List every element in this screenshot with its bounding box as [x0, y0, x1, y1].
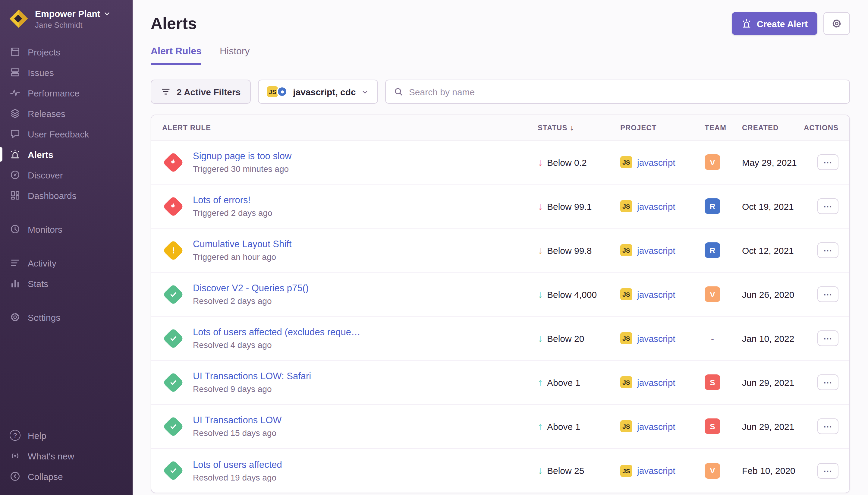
created-date: Jun 29, 2021 [742, 421, 806, 431]
trend-down-icon: ↓ [538, 289, 543, 300]
alert-rule-link[interactable]: UI Transactions LOW [193, 415, 282, 426]
alert-critical-icon [162, 195, 184, 217]
search-input[interactable] [409, 86, 841, 97]
sidebar-item-collapse[interactable]: Collapse [0, 466, 133, 487]
tab-history[interactable]: History [220, 46, 250, 65]
javascript-platform-icon: JS [620, 376, 632, 388]
table-row: Lots of users affected Resolved 19 days … [151, 448, 849, 493]
status-header-label: Status [538, 123, 567, 132]
issues-icon [10, 67, 20, 78]
alert-rule-link[interactable]: Lots of users affected (excludes reque… [193, 327, 361, 338]
sidebar-item-settings[interactable]: Settings [0, 307, 133, 327]
table-row: UI Transactions LOW Resolved 15 days ago… [151, 405, 849, 448]
chevron-down-icon [103, 10, 111, 17]
column-header-status[interactable]: Status ↓ [538, 123, 620, 132]
alert-resolved-icon [162, 327, 184, 349]
column-header-actions: Actions [804, 123, 838, 132]
sidebar-item-help[interactable]: ? Help [0, 425, 133, 446]
status-threshold: Below 25 [547, 465, 584, 476]
org-switcher[interactable]: Empower Plant Jane Schmidt [0, 0, 133, 33]
sidebar-item-dashboards[interactable]: Dashboards [0, 185, 133, 206]
active-filters-label: 2 Active Filters [177, 86, 241, 97]
project-filter-dropdown[interactable]: JS javascript, cdc [258, 80, 378, 104]
javascript-platform-icon: JS [620, 244, 632, 256]
alert-rule-link[interactable]: Lots of errors! [193, 195, 273, 206]
search-icon [394, 87, 403, 97]
row-actions-button[interactable]: … [817, 154, 838, 170]
trend-up-icon: ↑ [538, 377, 543, 387]
alerts-siren-icon [10, 149, 20, 160]
alert-rule-link[interactable]: Discover V2 - Queries p75() [193, 283, 309, 294]
sidebar-item-label: Discover [28, 170, 63, 180]
user-name: Jane Schmidt [35, 20, 111, 30]
sidebar-item-label: Help [28, 430, 47, 441]
active-filters-button[interactable]: 2 Active Filters [151, 80, 251, 104]
column-header-team: Team [705, 123, 742, 132]
column-header-created: Created [742, 123, 806, 132]
monitors-icon [10, 224, 20, 235]
sidebar-item-alerts[interactable]: Alerts [0, 144, 133, 165]
sidebar: Empower Plant Jane Schmidt Projects Issu… [0, 0, 133, 495]
row-actions-button[interactable]: … [817, 463, 838, 478]
project-link[interactable]: javascript [637, 289, 675, 300]
trend-down-icon: ↓ [538, 201, 543, 211]
sidebar-item-whats-new[interactable]: What's new [0, 446, 133, 466]
row-actions-button[interactable]: … [817, 242, 838, 258]
created-date: May 29, 2021 [742, 157, 806, 167]
project-link[interactable]: javascript [637, 333, 675, 343]
table-row: Discover V2 - Queries p75() Resolved 2 d… [151, 273, 849, 317]
sidebar-item-label: Stats [28, 278, 48, 289]
status-threshold: Below 0.2 [547, 157, 587, 167]
status-cell: ↓ Below 4,000 [538, 289, 620, 300]
main-content: Alerts Create Alert Alert Rules History … [133, 0, 868, 495]
sidebar-nav-settings: Settings [0, 307, 133, 327]
sidebar-item-monitors[interactable]: Monitors [0, 219, 133, 239]
alert-rule-link[interactable]: Lots of users affected [193, 459, 282, 470]
sidebar-item-performance[interactable]: Performance [0, 83, 133, 103]
alert-rule-subtext: Resolved 9 days ago [193, 384, 311, 394]
project-cell: JS javascript [620, 420, 705, 432]
status-cell: ↓ Below 0.2 [538, 157, 620, 167]
sidebar-item-releases[interactable]: Releases [0, 103, 133, 124]
project-cell: JS javascript [620, 200, 705, 212]
projects-icon [10, 47, 20, 57]
team-avatar: S [705, 374, 720, 390]
column-header-project: Project [620, 123, 705, 132]
team-avatar: V [705, 154, 720, 170]
project-link[interactable]: javascript [637, 157, 675, 167]
create-alert-button[interactable]: Create Alert [731, 12, 817, 35]
created-date: Oct 12, 2021 [742, 245, 806, 255]
trend-up-icon: ↑ [538, 421, 543, 431]
trend-down-icon: ↓ [538, 157, 543, 167]
project-link[interactable]: javascript [637, 377, 675, 387]
project-link[interactable]: javascript [637, 201, 675, 211]
row-actions-button[interactable]: … [817, 198, 838, 214]
javascript-platform-icon: JS [620, 464, 632, 477]
alert-rule-link[interactable]: UI Transactions LOW: Safari [193, 371, 311, 382]
sidebar-item-user-feedback[interactable]: User Feedback [0, 124, 133, 144]
exclamation-icon [169, 246, 177, 255]
project-link[interactable]: javascript [637, 465, 675, 476]
alerts-settings-button[interactable] [823, 12, 850, 35]
row-actions-button[interactable]: … [817, 419, 838, 434]
row-actions-button[interactable]: … [817, 374, 838, 390]
check-icon [169, 378, 177, 387]
sidebar-item-discover[interactable]: Discover [0, 165, 133, 185]
created-date: Jan 10, 2022 [742, 333, 806, 343]
project-link[interactable]: javascript [637, 421, 675, 431]
sidebar-item-activity[interactable]: Activity [0, 253, 133, 273]
alert-rule-link[interactable]: Cumulative Layout Shift [193, 239, 292, 250]
project-cell: JS javascript [620, 244, 705, 256]
project-cell: JS javascript [620, 464, 705, 477]
sidebar-item-label: Projects [28, 47, 60, 57]
alert-rule-link[interactable]: Signup page is too slow [193, 151, 292, 161]
fire-icon [169, 202, 177, 211]
tab-alert-rules[interactable]: Alert Rules [151, 46, 202, 65]
sidebar-item-issues[interactable]: Issues [0, 62, 133, 83]
sidebar-item-projects[interactable]: Projects [0, 41, 133, 62]
alert-rule-subtext: Resolved 4 days ago [193, 340, 361, 350]
row-actions-button[interactable]: … [817, 330, 838, 346]
sidebar-item-stats[interactable]: Stats [0, 273, 133, 294]
project-link[interactable]: javascript [637, 245, 675, 255]
row-actions-button[interactable]: … [817, 286, 838, 302]
